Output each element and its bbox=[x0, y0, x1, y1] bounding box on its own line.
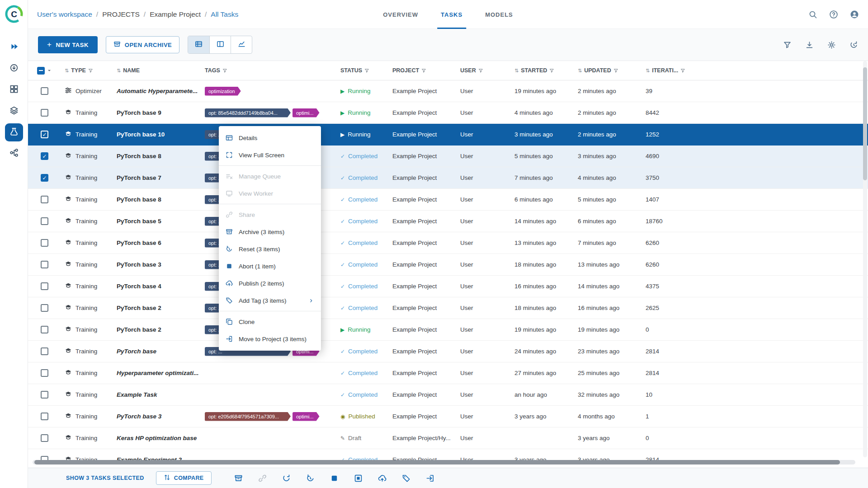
row-checkbox[interactable] bbox=[41, 109, 48, 117]
breadcrumb-item[interactable]: User's workspace bbox=[37, 10, 92, 19]
tag-pill[interactable]: optimi... bbox=[292, 108, 320, 117]
tab-tasks[interactable]: TASKS bbox=[433, 0, 471, 29]
menu-item-publish-2-items[interactable]: Publish (2 items) bbox=[219, 275, 321, 292]
table-row[interactable]: TrainingPyTorch base 3opt: ...optimi...✓… bbox=[28, 254, 868, 276]
table-row[interactable]: OptimizerAutomatic Hyperparamete...optim… bbox=[28, 80, 868, 102]
avatar-icon[interactable] bbox=[850, 10, 859, 19]
table-row[interactable]: TrainingPyTorch base 8opt: ...optimi...✓… bbox=[28, 189, 868, 211]
menu-item-details[interactable]: Details bbox=[219, 129, 321, 146]
filter-icon[interactable] bbox=[783, 41, 792, 49]
sort-icon[interactable]: ⇅ bbox=[117, 68, 121, 74]
sort-icon[interactable]: ⇅ bbox=[514, 68, 519, 74]
task-name-cell[interactable]: PyTorch base 3 bbox=[113, 261, 201, 268]
menu-item-archive-3-items[interactable]: Archive (3 items) bbox=[219, 223, 321, 240]
breadcrumb-item[interactable]: All Tasks bbox=[211, 10, 238, 19]
move-icon[interactable] bbox=[426, 474, 434, 483]
table-row[interactable]: TrainingPyTorch base 5opt: ...optimi...✓… bbox=[28, 211, 868, 232]
row-checkbox[interactable] bbox=[41, 326, 48, 333]
row-checkbox[interactable] bbox=[41, 282, 48, 290]
abort-icon[interactable] bbox=[330, 474, 339, 483]
row-checkbox[interactable] bbox=[41, 304, 48, 312]
column-header-status[interactable]: STATUS bbox=[337, 67, 389, 74]
gear-icon[interactable] bbox=[827, 41, 836, 49]
row-checkbox[interactable] bbox=[41, 391, 48, 399]
row-checkbox[interactable] bbox=[41, 239, 48, 247]
horizontal-scrollbar[interactable] bbox=[33, 460, 855, 465]
task-name-cell[interactable]: Keras HP optimization base bbox=[113, 435, 201, 441]
row-checkbox[interactable] bbox=[41, 217, 48, 225]
table-row[interactable]: TrainingPyTorch base 2opt: ...optimi...▶… bbox=[28, 319, 868, 341]
menu-item-reset-3-items[interactable]: Reset (3 items) bbox=[219, 240, 321, 258]
table-row[interactable]: TrainingPyTorch base 4opt: ...optimi...✓… bbox=[28, 276, 868, 297]
sidebar-item-reports[interactable] bbox=[5, 81, 23, 99]
filter-icon[interactable] bbox=[222, 68, 227, 73]
tab-overview[interactable]: OVERVIEW bbox=[375, 0, 426, 29]
table-row[interactable]: TrainingPyTorch base 3opt: e205d684f7954… bbox=[28, 406, 868, 427]
chevron-down-icon[interactable] bbox=[46, 67, 52, 74]
menu-item-move-to-project-3-items[interactable]: Move to Project (3 items) bbox=[219, 330, 321, 347]
search-icon[interactable] bbox=[808, 10, 817, 19]
filter-icon[interactable] bbox=[421, 68, 426, 73]
row-checkbox[interactable] bbox=[41, 174, 48, 182]
row-checkbox[interactable] bbox=[41, 369, 48, 377]
sidebar-item-projects[interactable] bbox=[5, 38, 23, 56]
row-checkbox[interactable] bbox=[41, 196, 48, 203]
menu-item-add-tag-3-items[interactable]: Add Tag (3 items) bbox=[219, 292, 321, 309]
sidebar-item-pipelines[interactable] bbox=[5, 145, 23, 163]
column-header-project[interactable]: PROJECT bbox=[389, 67, 457, 74]
task-name-cell[interactable]: Example Task bbox=[113, 391, 201, 398]
select-all-checkbox[interactable] bbox=[37, 67, 45, 75]
task-name-cell[interactable]: PyTorch base 2 bbox=[113, 326, 201, 333]
filter-icon[interactable] bbox=[549, 68, 554, 73]
row-checkbox[interactable] bbox=[41, 261, 48, 268]
download-icon[interactable] bbox=[805, 41, 814, 49]
row-checkbox[interactable] bbox=[41, 434, 48, 442]
menu-item-view-full-screen[interactable]: View Full Screen bbox=[219, 146, 321, 164]
row-checkbox[interactable] bbox=[41, 87, 48, 95]
table-row[interactable]: TrainingPyTorch base 8opt: ...optimi...✓… bbox=[28, 145, 868, 167]
table-row[interactable]: TrainingPyTorch base 9opt: 85e5482ddd714… bbox=[28, 102, 868, 124]
table-row[interactable]: TrainingPyTorch base 2opt: ...optimi...✓… bbox=[28, 297, 868, 319]
filter-icon[interactable] bbox=[478, 68, 483, 73]
column-header-iterations[interactable]: ⇅ITERATI... bbox=[642, 67, 705, 74]
compare-button[interactable]: COMPARE bbox=[156, 471, 212, 485]
table-row[interactable]: TrainingHyperparameter optimizati...✓Com… bbox=[28, 362, 868, 384]
table-row[interactable]: TrainingPyTorch base 6opt: ...optimi...✓… bbox=[28, 232, 868, 254]
task-name-cell[interactable]: Hyperparameter optimizati... bbox=[113, 370, 201, 376]
filter-icon[interactable] bbox=[613, 68, 618, 73]
new-task-button[interactable]: + NEW TASK bbox=[38, 36, 98, 53]
add-tag-icon[interactable] bbox=[402, 474, 410, 483]
task-name-cell[interactable]: PyTorch base 8 bbox=[113, 153, 201, 160]
menu-item-clone[interactable]: Clone bbox=[219, 313, 321, 330]
column-header-updated[interactable]: ⇅UPDATED bbox=[574, 67, 642, 74]
column-header-tags[interactable]: TAGS bbox=[201, 67, 337, 74]
publish-icon[interactable] bbox=[378, 474, 387, 483]
sort-icon[interactable]: ⇅ bbox=[65, 68, 69, 74]
tag-pill[interactable]: opt: 85e5482ddd7149b8ba04... bbox=[205, 108, 291, 117]
tag-pill[interactable]: optimi... bbox=[292, 412, 320, 421]
refresh-icon[interactable] bbox=[282, 474, 291, 483]
sort-icon[interactable]: ⇅ bbox=[578, 68, 582, 74]
row-checkbox[interactable] bbox=[41, 413, 48, 420]
selected-count-label[interactable]: SHOW 3 TASKS SELECTED bbox=[66, 475, 144, 481]
filter-icon[interactable] bbox=[88, 68, 93, 73]
task-name-cell[interactable]: PyTorch base 8 bbox=[113, 196, 201, 203]
row-checkbox[interactable] bbox=[41, 131, 48, 138]
clearml-logo-icon[interactable]: C bbox=[5, 5, 24, 23]
sidebar-item-experiments[interactable] bbox=[5, 123, 23, 141]
task-name-cell[interactable]: PyTorch base 5 bbox=[113, 218, 201, 225]
table-row[interactable]: TrainingPyTorch base 7opt: ...optimi...✓… bbox=[28, 167, 868, 189]
reset-icon[interactable] bbox=[306, 474, 315, 483]
task-name-cell[interactable]: PyTorch base bbox=[113, 348, 201, 355]
tag-pill[interactable]: opt: e205d684f7954571a7309... bbox=[205, 412, 291, 421]
column-header-started[interactable]: ⇅STARTED bbox=[511, 67, 574, 74]
task-name-cell[interactable]: PyTorch base 9 bbox=[113, 109, 201, 116]
task-name-cell[interactable]: PyTorch base 6 bbox=[113, 239, 201, 246]
horizontal-scrollbar-thumb[interactable] bbox=[34, 460, 840, 465]
table-row[interactable]: TrainingKeras HP optimization base✎Draft… bbox=[28, 427, 868, 449]
task-name-cell[interactable]: Automatic Hyperparamete... bbox=[113, 88, 201, 94]
sidebar-item-hyper-datasets[interactable] bbox=[5, 102, 23, 120]
view-toggle-split[interactable] bbox=[209, 36, 231, 53]
task-name-cell[interactable]: PyTorch base 4 bbox=[113, 283, 201, 290]
task-name-cell[interactable]: PyTorch base 7 bbox=[113, 174, 201, 181]
